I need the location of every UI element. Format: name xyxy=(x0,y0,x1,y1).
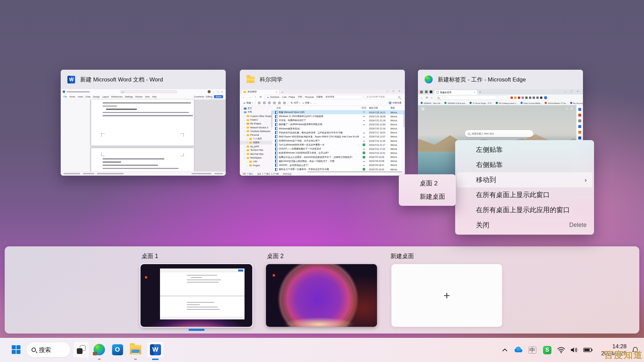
bookmark-item[interactable]: China Market IT Se... xyxy=(545,102,567,104)
ribbon-tab-review[interactable]: Review xyxy=(135,96,143,98)
ribbon-tab-references[interactable]: References xyxy=(111,96,122,98)
new-desktop-tile[interactable]: + xyxy=(391,264,502,327)
sidebar-item[interactable]: ›My Shapes xyxy=(240,122,272,125)
ribbon-tab-home[interactable]: Home xyxy=(69,96,75,98)
sync-icon[interactable] xyxy=(525,97,528,99)
sidebar-item[interactable]: ›主页 xyxy=(240,107,272,110)
start-button[interactable] xyxy=(8,342,24,358)
volume-icon[interactable] xyxy=(568,347,581,353)
sidebar-item[interactable]: ›OneNote Notebooks xyxy=(240,129,272,133)
sidebar-item[interactable]: ›Folder2 xyxy=(240,118,272,122)
sidebar-item[interactable]: ›Project xyxy=(240,163,272,167)
file-row[interactable]: 微软赢了！全球Windows蓝屏事件四散文稿☁2024/7/20 12:50Mi… xyxy=(272,122,405,126)
breadcrumb-segment[interactable]: 科尔同学 xyxy=(326,96,334,99)
wifi-icon[interactable] xyxy=(555,347,568,353)
file-row[interactable]: 电脑运行这么久没退休，你的SSD固态硬盘撑不住了，记得给它加散热片!✓2024/… xyxy=(272,155,405,159)
ribbon-tab-insert[interactable]: Insert xyxy=(77,96,83,98)
bookmark-item[interactable]: PA Catalog views (... xyxy=(496,102,518,104)
file-row[interactable]: 想用Windows这个功能，会不会很心疼?!☁2024/7/14 11:25Mi… xyxy=(272,139,405,143)
desktop-1-label[interactable]: 桌面 1 xyxy=(142,252,158,260)
sidebar-item[interactable]: ›WeChat Files xyxy=(240,152,272,156)
bookmark-item[interactable]: SDWAN - Site Infr... xyxy=(421,102,442,104)
favorites-icon[interactable] xyxy=(533,97,535,99)
ribbon-tab-help[interactable]: Help xyxy=(152,96,157,98)
ribbon-comments-button[interactable]: Comments xyxy=(194,96,204,98)
desktop-2-thumbnail[interactable] xyxy=(266,264,377,327)
sidebar-item[interactable]: ›LAN xyxy=(240,160,272,163)
taskbar-explorer-button[interactable] xyxy=(127,342,144,358)
file-row[interactable]: 16000円，这东西就这么贵了!☁2024/7/6 18:47Micros xyxy=(272,163,405,167)
taskbar-outlook-button[interactable]: O xyxy=(109,342,125,358)
battery-icon[interactable] xyxy=(581,347,595,353)
shopping-side-icon[interactable] xyxy=(578,114,581,117)
ribbon-tab-view[interactable]: View xyxy=(145,96,150,98)
file-row[interactable]: 为什么Windows降价后第一反应是中毒第一次✓2024/7/13 21:17M… xyxy=(272,143,405,147)
drop-icon[interactable] xyxy=(578,136,581,139)
vertical-scrollbar[interactable] xyxy=(404,111,405,127)
ribbon-tab-mailings[interactable]: Mailings xyxy=(125,96,133,98)
file-row[interactable]: Windows更新有变化!2024/7/20 12:16Micros xyxy=(272,127,405,131)
ribbon-editing-button[interactable]: Editing xyxy=(206,96,212,98)
collections-icon[interactable] xyxy=(536,97,539,99)
breadcrumb-segment[interactable]: 自媒体 xyxy=(316,96,323,99)
desktop-2-label[interactable]: 桌面 2 xyxy=(267,252,284,260)
taskbar-word-button[interactable]: W xyxy=(147,342,164,358)
menu-item-1[interactable]: 右侧贴靠 xyxy=(455,157,594,172)
ribbon-tab-design[interactable]: Design xyxy=(93,96,100,98)
sidebar-item[interactable]: ›个人简历 xyxy=(240,137,272,140)
copilot-icon[interactable] xyxy=(578,108,581,111)
bookmark-item[interactable]: My Account | BT Sc... xyxy=(570,102,583,104)
file-row[interactable]: 如果把Windows 10的壁纸设置为桌面，会怎么样?✓2024/7/10 11… xyxy=(272,151,405,155)
desktop-1-thumbnail[interactable] xyxy=(141,264,252,327)
sidebar-item[interactable]: ›Network Monitor 3 xyxy=(240,125,272,129)
window-header-edge[interactable]: 新建标签页 - 工作 - Microsoft Edge xyxy=(418,70,583,89)
window-header-explorer[interactable]: 科尔同学 xyxy=(240,70,405,89)
sogou-icon[interactable]: S xyxy=(539,346,555,354)
bookmark-item[interactable]: https://yunw.fd8Sp... xyxy=(521,102,542,104)
ribbon-share-button[interactable]: Share xyxy=(214,95,223,98)
extension-orange-icon[interactable] xyxy=(514,97,517,99)
menu-item-3[interactable]: 在所有桌面上显示此窗口 xyxy=(455,187,594,202)
submenu-item-1[interactable]: 新建桌面 xyxy=(399,190,456,203)
sidebar-item[interactable]: ›文档 xyxy=(240,110,272,114)
sidebar-item[interactable]: ›Custom Office Templates xyxy=(240,114,272,118)
file-row[interactable]: 微软这几个设置一定要改动，不然你会忍不住卡顿✓2024/7/5 16:04Mic… xyxy=(272,167,405,171)
split-screen-icon[interactable] xyxy=(529,97,531,99)
taskbar-edge-button[interactable] xyxy=(91,342,107,358)
file-row[interactable]: AMD Ryzen 9000系列处理器来袭，Ryzen 9950X CPU 性能… xyxy=(272,135,405,139)
ime-language-icon[interactable]: 中 xyxy=(525,347,539,354)
taskbar-search[interactable]: 搜索 xyxy=(26,342,70,357)
window-header-word[interactable]: W 新建 Microsoft Word 文档 - Word xyxy=(61,70,226,89)
breadcrumb-segment[interactable]: Cole - Philips xyxy=(282,96,295,98)
breadcrumb-segment[interactable]: OneDrive xyxy=(270,96,279,98)
bookmark-item[interactable]: SDWAN China doc... xyxy=(444,102,467,104)
sidebar-item[interactable]: ›WorkSpace xyxy=(240,156,272,160)
file-row[interactable]: Windows 11 24H2值得关注的5个小功能更新☁2024/7/24 16… xyxy=(272,114,405,118)
shopping-icon[interactable] xyxy=(511,97,513,99)
file-row[interactable]: 手机内存不足别乱删，教你这样清理，让手机多用大半年不卡顿☁2024/7/17 1… xyxy=(272,131,405,135)
menu-item-5[interactable]: 关闭Delete xyxy=(455,218,594,233)
submenu-item-0[interactable]: 桌面 2 xyxy=(399,177,456,190)
ribbon-tab-file[interactable]: File xyxy=(63,96,67,98)
ribbon-tab-layout[interactable]: Layout xyxy=(102,96,109,98)
sidebar-item[interactable]: ›Tencent Files xyxy=(240,148,272,152)
tray-chevron-up-icon[interactable] xyxy=(499,348,511,352)
new-desktop-label[interactable]: 新建桌面 xyxy=(390,252,414,260)
sidebar-item[interactable]: ›自媒体 xyxy=(240,141,272,144)
file-row[interactable]: 微软24H2正式版上线前预告，有这一功能取消了，可惜☁2024/7/8 20:0… xyxy=(272,159,405,163)
window-thumbnail-word[interactable]: W 新建 Microsoft Word 文档 - Word – □ × File… xyxy=(61,70,226,176)
breadcrumb-segment[interactable]: 文档 xyxy=(298,96,302,99)
menu-item-4[interactable]: 在所有桌面上显示此应用的窗口 xyxy=(455,202,594,218)
more-icon[interactable] xyxy=(540,97,542,99)
sidebar-item[interactable]: ›qq_pcAd xyxy=(240,144,272,148)
file-row[interactable]: 新建 Microsoft Word 文档⟳2024/7/25 14:21Micr… xyxy=(272,110,405,114)
outlook-side-icon[interactable] xyxy=(578,125,581,128)
extension-gray-icon[interactable] xyxy=(522,97,524,99)
file-row[interactable]: GODNT——你需要私藏的下一代浏览技术☁2024/7/11 17:02Micr… xyxy=(272,147,405,151)
breadcrumb-segment[interactable]: Personal xyxy=(305,96,314,98)
file-row[interactable]: 才发现，电脑回收站清空了☁2024/7/21 21:18Micros xyxy=(272,118,405,122)
window-thumbnail-explorer[interactable]: 科尔同学 科尔同学 × + – □ × ← → ↑ ⟳ ☁OneDrive›Co… xyxy=(240,70,405,176)
tools-icon[interactable] xyxy=(578,119,581,122)
task-view-button[interactable] xyxy=(73,342,89,358)
sidebar-item[interactable]: ›Personal xyxy=(240,133,272,137)
